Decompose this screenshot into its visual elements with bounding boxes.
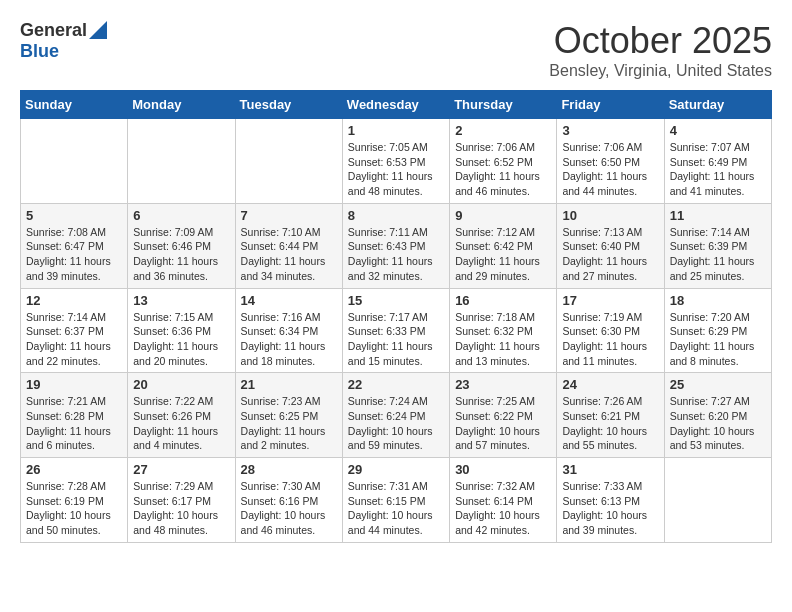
day-info: Sunrise: 7:14 AM Sunset: 6:39 PM Dayligh…: [670, 225, 766, 284]
day-info: Sunrise: 7:29 AM Sunset: 6:17 PM Dayligh…: [133, 479, 229, 538]
day-info: Sunrise: 7:23 AM Sunset: 6:25 PM Dayligh…: [241, 394, 337, 453]
day-info: Sunrise: 7:15 AM Sunset: 6:36 PM Dayligh…: [133, 310, 229, 369]
day-number: 11: [670, 208, 766, 223]
weekday-header-row: SundayMondayTuesdayWednesdayThursdayFrid…: [21, 91, 772, 119]
day-number: 6: [133, 208, 229, 223]
day-number: 14: [241, 293, 337, 308]
logo-general: General: [20, 20, 87, 41]
calendar-cell: 27Sunrise: 7:29 AM Sunset: 6:17 PM Dayli…: [128, 458, 235, 543]
calendar-week-row: 5Sunrise: 7:08 AM Sunset: 6:47 PM Daylig…: [21, 203, 772, 288]
day-number: 8: [348, 208, 444, 223]
day-info: Sunrise: 7:25 AM Sunset: 6:22 PM Dayligh…: [455, 394, 551, 453]
title-block: October 2025 Bensley, Virginia, United S…: [549, 20, 772, 80]
day-info: Sunrise: 7:09 AM Sunset: 6:46 PM Dayligh…: [133, 225, 229, 284]
calendar-cell: 10Sunrise: 7:13 AM Sunset: 6:40 PM Dayli…: [557, 203, 664, 288]
day-info: Sunrise: 7:06 AM Sunset: 6:50 PM Dayligh…: [562, 140, 658, 199]
day-info: Sunrise: 7:10 AM Sunset: 6:44 PM Dayligh…: [241, 225, 337, 284]
calendar-cell: [235, 119, 342, 204]
day-number: 27: [133, 462, 229, 477]
day-number: 28: [241, 462, 337, 477]
day-info: Sunrise: 7:31 AM Sunset: 6:15 PM Dayligh…: [348, 479, 444, 538]
day-info: Sunrise: 7:26 AM Sunset: 6:21 PM Dayligh…: [562, 394, 658, 453]
day-number: 18: [670, 293, 766, 308]
weekday-header: Monday: [128, 91, 235, 119]
day-info: Sunrise: 7:22 AM Sunset: 6:26 PM Dayligh…: [133, 394, 229, 453]
day-number: 15: [348, 293, 444, 308]
day-info: Sunrise: 7:14 AM Sunset: 6:37 PM Dayligh…: [26, 310, 122, 369]
day-info: Sunrise: 7:19 AM Sunset: 6:30 PM Dayligh…: [562, 310, 658, 369]
day-number: 7: [241, 208, 337, 223]
calendar-week-row: 1Sunrise: 7:05 AM Sunset: 6:53 PM Daylig…: [21, 119, 772, 204]
day-number: 30: [455, 462, 551, 477]
page-header: General Blue October 2025 Bensley, Virgi…: [20, 20, 772, 80]
weekday-header: Saturday: [664, 91, 771, 119]
day-info: Sunrise: 7:08 AM Sunset: 6:47 PM Dayligh…: [26, 225, 122, 284]
calendar-cell: [21, 119, 128, 204]
calendar-cell: 12Sunrise: 7:14 AM Sunset: 6:37 PM Dayli…: [21, 288, 128, 373]
calendar-cell: 19Sunrise: 7:21 AM Sunset: 6:28 PM Dayli…: [21, 373, 128, 458]
day-info: Sunrise: 7:12 AM Sunset: 6:42 PM Dayligh…: [455, 225, 551, 284]
calendar-cell: 8Sunrise: 7:11 AM Sunset: 6:43 PM Daylig…: [342, 203, 449, 288]
day-info: Sunrise: 7:28 AM Sunset: 6:19 PM Dayligh…: [26, 479, 122, 538]
calendar-cell: [128, 119, 235, 204]
calendar-cell: 24Sunrise: 7:26 AM Sunset: 6:21 PM Dayli…: [557, 373, 664, 458]
day-info: Sunrise: 7:27 AM Sunset: 6:20 PM Dayligh…: [670, 394, 766, 453]
calendar-cell: 31Sunrise: 7:33 AM Sunset: 6:13 PM Dayli…: [557, 458, 664, 543]
calendar-cell: 28Sunrise: 7:30 AM Sunset: 6:16 PM Dayli…: [235, 458, 342, 543]
day-info: Sunrise: 7:20 AM Sunset: 6:29 PM Dayligh…: [670, 310, 766, 369]
day-info: Sunrise: 7:17 AM Sunset: 6:33 PM Dayligh…: [348, 310, 444, 369]
calendar-cell: 21Sunrise: 7:23 AM Sunset: 6:25 PM Dayli…: [235, 373, 342, 458]
logo: General Blue: [20, 20, 107, 62]
day-number: 19: [26, 377, 122, 392]
calendar-cell: 4Sunrise: 7:07 AM Sunset: 6:49 PM Daylig…: [664, 119, 771, 204]
day-number: 21: [241, 377, 337, 392]
day-number: 4: [670, 123, 766, 138]
svg-marker-0: [89, 21, 107, 39]
day-number: 1: [348, 123, 444, 138]
weekday-header: Sunday: [21, 91, 128, 119]
calendar-cell: 9Sunrise: 7:12 AM Sunset: 6:42 PM Daylig…: [450, 203, 557, 288]
weekday-header: Tuesday: [235, 91, 342, 119]
calendar-cell: 20Sunrise: 7:22 AM Sunset: 6:26 PM Dayli…: [128, 373, 235, 458]
day-info: Sunrise: 7:07 AM Sunset: 6:49 PM Dayligh…: [670, 140, 766, 199]
weekday-header: Friday: [557, 91, 664, 119]
day-info: Sunrise: 7:33 AM Sunset: 6:13 PM Dayligh…: [562, 479, 658, 538]
calendar-cell: 29Sunrise: 7:31 AM Sunset: 6:15 PM Dayli…: [342, 458, 449, 543]
day-number: 20: [133, 377, 229, 392]
calendar-cell: 16Sunrise: 7:18 AM Sunset: 6:32 PM Dayli…: [450, 288, 557, 373]
day-info: Sunrise: 7:05 AM Sunset: 6:53 PM Dayligh…: [348, 140, 444, 199]
day-number: 3: [562, 123, 658, 138]
day-number: 5: [26, 208, 122, 223]
day-number: 17: [562, 293, 658, 308]
day-info: Sunrise: 7:13 AM Sunset: 6:40 PM Dayligh…: [562, 225, 658, 284]
day-number: 2: [455, 123, 551, 138]
weekday-header: Thursday: [450, 91, 557, 119]
logo-blue: Blue: [20, 41, 59, 61]
weekday-header: Wednesday: [342, 91, 449, 119]
calendar-cell: 7Sunrise: 7:10 AM Sunset: 6:44 PM Daylig…: [235, 203, 342, 288]
calendar-cell: 3Sunrise: 7:06 AM Sunset: 6:50 PM Daylig…: [557, 119, 664, 204]
calendar-cell: 13Sunrise: 7:15 AM Sunset: 6:36 PM Dayli…: [128, 288, 235, 373]
calendar-week-row: 26Sunrise: 7:28 AM Sunset: 6:19 PM Dayli…: [21, 458, 772, 543]
calendar-cell: 6Sunrise: 7:09 AM Sunset: 6:46 PM Daylig…: [128, 203, 235, 288]
month-title: October 2025: [549, 20, 772, 62]
day-info: Sunrise: 7:21 AM Sunset: 6:28 PM Dayligh…: [26, 394, 122, 453]
calendar-cell: 23Sunrise: 7:25 AM Sunset: 6:22 PM Dayli…: [450, 373, 557, 458]
day-info: Sunrise: 7:06 AM Sunset: 6:52 PM Dayligh…: [455, 140, 551, 199]
calendar-cell: 18Sunrise: 7:20 AM Sunset: 6:29 PM Dayli…: [664, 288, 771, 373]
calendar-cell: 5Sunrise: 7:08 AM Sunset: 6:47 PM Daylig…: [21, 203, 128, 288]
day-number: 29: [348, 462, 444, 477]
calendar-cell: 22Sunrise: 7:24 AM Sunset: 6:24 PM Dayli…: [342, 373, 449, 458]
day-number: 12: [26, 293, 122, 308]
day-number: 16: [455, 293, 551, 308]
day-number: 9: [455, 208, 551, 223]
day-info: Sunrise: 7:24 AM Sunset: 6:24 PM Dayligh…: [348, 394, 444, 453]
day-number: 13: [133, 293, 229, 308]
calendar-week-row: 12Sunrise: 7:14 AM Sunset: 6:37 PM Dayli…: [21, 288, 772, 373]
calendar-cell: 25Sunrise: 7:27 AM Sunset: 6:20 PM Dayli…: [664, 373, 771, 458]
day-number: 31: [562, 462, 658, 477]
logo-triangle-icon: [89, 21, 107, 39]
calendar-cell: 15Sunrise: 7:17 AM Sunset: 6:33 PM Dayli…: [342, 288, 449, 373]
day-number: 26: [26, 462, 122, 477]
calendar-cell: 1Sunrise: 7:05 AM Sunset: 6:53 PM Daylig…: [342, 119, 449, 204]
